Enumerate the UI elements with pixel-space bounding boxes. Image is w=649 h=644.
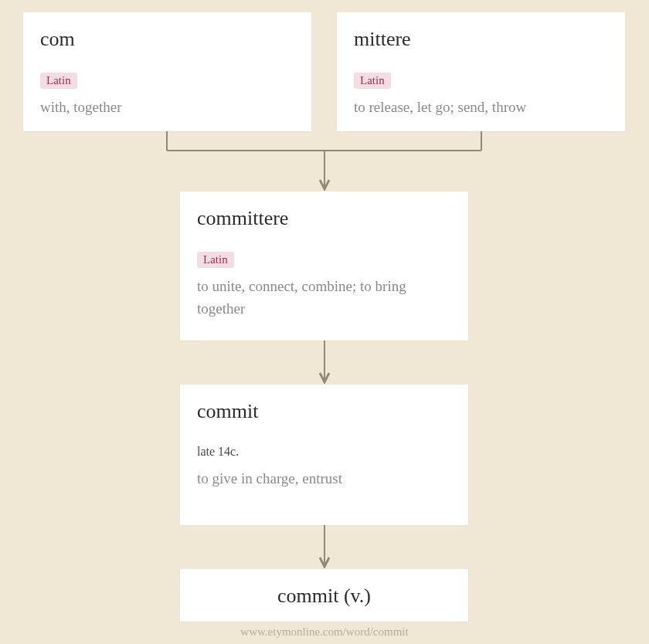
attribution-text: www.etymonline.com/word/commit: [0, 625, 649, 639]
node-com: com Latin with, together: [23, 12, 311, 131]
node-com-title: com: [40, 28, 294, 51]
node-commit-definition: to give in charge, entrust: [197, 468, 451, 490]
node-mittere-definition: to release, let go; send, throw: [354, 97, 608, 119]
node-mittere: mittere Latin to release, let go; send, …: [337, 12, 625, 131]
node-committere-definition: to unite, connect, combine; to bring tog…: [197, 276, 451, 320]
node-final: commit (v.): [180, 569, 468, 622]
node-commit: commit late 14c. to give in charge, entr…: [180, 385, 468, 525]
node-com-definition: with, together: [40, 97, 294, 119]
node-committere-language-badge: Latin: [197, 252, 234, 268]
node-final-title: commit (v.): [197, 585, 451, 608]
node-mittere-language-badge: Latin: [354, 73, 391, 89]
node-commit-title: commit: [197, 400, 451, 423]
node-commit-date: late 14c.: [197, 445, 451, 459]
node-mittere-title: mittere: [354, 28, 608, 51]
node-committere-title: committere: [197, 207, 451, 230]
node-com-language-badge: Latin: [40, 73, 77, 89]
node-committere: committere Latin to unite, connect, comb…: [180, 192, 468, 341]
